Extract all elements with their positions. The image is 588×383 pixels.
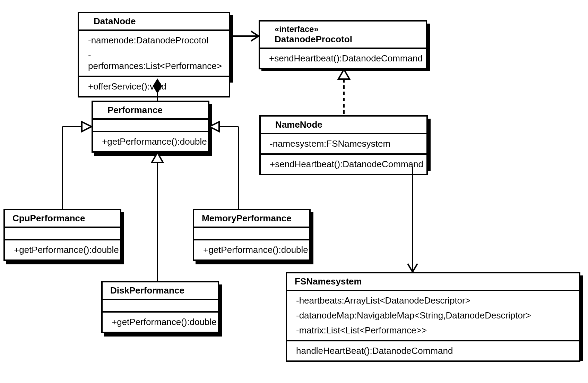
attribute: -performances:List<Performance> <box>83 48 225 74</box>
operation: +sendHeartbeat():DatanodeCommand <box>265 157 422 172</box>
class-datanode: DataNode -namenode:DatanodeProcotol -per… <box>78 12 230 97</box>
class-title: FSNamesystem <box>295 276 362 287</box>
operation: handleHeartBeat():DatanodeCommand <box>291 343 575 358</box>
svg-marker-8 <box>82 122 92 131</box>
class-datanodeprocotol: «interface» DatanodeProcotol +sendHeartb… <box>259 20 427 69</box>
operation: +getPerformance():double <box>97 134 204 149</box>
class-cpuperformance: CpuPerformance +getPerformance():double <box>3 209 121 261</box>
operation: +getPerformance():double <box>9 242 116 257</box>
stereotype-label: «interface» <box>275 24 422 34</box>
class-title: DatanodeProcotol <box>275 34 422 45</box>
svg-marker-4 <box>338 69 349 79</box>
class-fsnamesystem: FSNamesystem -heartbeats:ArrayList<Datan… <box>286 272 580 362</box>
class-title: Performance <box>107 105 163 115</box>
attribute: -matrix:List<List<Performance>> <box>291 323 575 338</box>
attribute: -heartbeats:ArrayList<DatanodeDescriptor… <box>291 293 575 308</box>
class-title: CpuPerformance <box>12 213 85 223</box>
class-title: NameNode <box>275 119 322 130</box>
class-title: MemoryPerformance <box>202 213 292 223</box>
attribute: -namenode:DatanodeProcotol <box>83 33 225 48</box>
class-diskperformance: DiskPerformance +getPerformance():double <box>101 281 219 333</box>
class-performance: Performance +getPerformance():double <box>92 101 209 153</box>
operation: +sendHeartbeat():DatanodeCommand <box>264 51 422 66</box>
class-namenode: NameNode -namesystem:FSNamesystem +sendH… <box>259 115 428 175</box>
class-memoryperformance: MemoryPerformance +getPerformance():doub… <box>193 209 311 261</box>
operation: +getPerformance():double <box>198 242 305 257</box>
attribute: -datanodeMap:NavigableMap<String,Datanod… <box>291 308 575 323</box>
operation: +getPerformance():double <box>107 315 214 330</box>
operation: +offerService():void <box>83 79 225 94</box>
attribute: -namesystem:FSNamesystem <box>265 136 422 151</box>
class-title: DiskPerformance <box>110 285 184 296</box>
class-title: DataNode <box>94 16 136 26</box>
